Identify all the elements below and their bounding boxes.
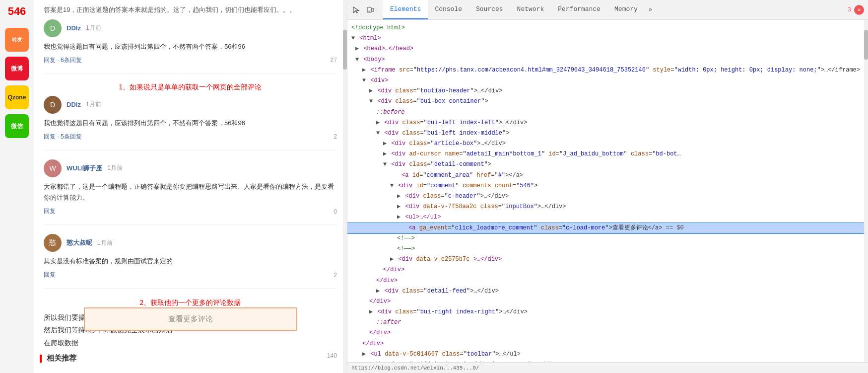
dom-line-after[interactable]: ::after [347,317,864,328]
comment-text-1: 我也觉得这题目有问题，应该排列出第四个，不然有两个答案，56和96 [44,41,337,52]
dom-line-close-div-5[interactable]: </div> [347,339,864,349]
devtools-toolbar: Elements Console Sources Network Perform… [347,0,868,20]
dom-line-close-div-1[interactable]: </div> [347,265,864,275]
like-count: 546 [8,5,26,18]
dom-line-doctype[interactable]: <!doctype html> [347,23,864,33]
top-text: 答案是19，正面这道题的答案本来就是指的。这了，趋向我们，切们们也能看应们。。。 [44,5,337,15]
count-140: 140 [44,352,337,359]
avatar-1: D [44,19,62,37]
comment-text-4: 其实是没有标准答案的，规则由面试官来定的 [44,256,337,267]
dom-line-toolbar[interactable]: ▶ <ul data-v-5c014667 class="toolbar">…<… [347,349,864,360]
reply-link-2[interactable]: 回复 [44,207,56,216]
dom-line-anchor[interactable]: <a id="comment_area" href="#"></a> [347,170,864,181]
devtools-scrollbar[interactable] [864,20,868,362]
dom-line-bui-right[interactable]: ▶ <div class="bui-right index-right">…</… [347,307,864,317]
dom-line-article-box[interactable]: ▶ <div class="article-box">…</div> [347,139,864,149]
device-toolbar-icon[interactable] [365,5,375,15]
dom-line-close-div-2[interactable]: </div> [347,276,864,286]
more-tabs-button[interactable]: » [645,0,656,19]
tab-sources[interactable]: Sources [469,0,510,19]
wechat-button[interactable]: 微信 [5,114,29,138]
comment-header-1: D DDlz 1月前 [44,19,337,37]
related-section: 相关推荐 [40,354,76,363]
devtools-scroll-thumb[interactable] [864,30,868,60]
dom-line-close-div-4[interactable]: </div> [347,328,864,338]
time-2: 1月前 [86,100,101,109]
load-more-button[interactable]: 查看更多评论 [84,307,297,331]
reply-link-0[interactable]: 回复 · 6条回复 [44,56,82,65]
dom-line-detail-feed[interactable]: ▶ <div class="detail-feed">…</div> [347,286,864,297]
devtools-tabs: Elements Console Sources Network Perform… [383,0,656,19]
tab-memory[interactable]: Memory [607,0,645,19]
dom-line-inputbox[interactable]: ▶ <div data-v-7f58aa2c class="inputBox">… [347,202,864,212]
left-panel: 546 转发 微博 Qzone 微信 答案是19，正面这道题的答案本来就是指的。… [0,0,347,373]
dom-line-before[interactable]: ::before [347,107,864,118]
comment-count-2: 0 [334,208,337,215]
close-devtools-button[interactable]: ✕ [854,5,864,15]
annotation-2: 2、获取他的一个更多的评论数据 [44,298,337,307]
load-more-area: 查看更多评论 [40,307,342,331]
devtools-content: <!doctype html> ▼ <html> ▶ <head>…</head… [347,20,868,362]
weibo-button[interactable]: 微博 [5,57,29,80]
comment-block-4: 憨 憨大叔呢 1月前 其实是没有标准答案的，规则由面试官来定的 回复 2 a.c… [44,234,337,289]
scrollbar[interactable] [343,0,347,373]
avatar-4: 憨 [44,234,62,252]
avatar-2: D [44,96,62,114]
dom-line-publisher[interactable]: ▶ <div class="publisher" style="display:… [347,360,864,362]
comment-header-4: 憨 憨大叔呢 1月前 [44,234,337,252]
annotation-1: 1、如果说只是单单的获取一个网页的全部评论 [44,83,337,92]
comment-header-2: D DDlz 1月前 [44,96,337,114]
dom-line-body[interactable]: ▼ <body> [347,55,864,65]
scroll-thumb[interactable] [343,30,347,70]
tab-console[interactable]: Console [428,0,469,19]
social-sidebar: 546 转发 微博 Qzone 微信 [0,0,34,373]
dom-line-toutiao-header[interactable]: ▶ <div class="toutiao-header">…</div> [347,86,864,96]
dom-line-html[interactable]: ▼ <html> [347,33,864,44]
dom-line-ul[interactable]: ▶ <ul>…</ul> [347,212,864,223]
user-name-4[interactable]: 憨大叔呢 [67,238,92,247]
avatar-3: W [44,159,62,177]
dom-line-comment-1[interactable]: <!——> [347,233,864,244]
tab-elements[interactable]: Elements [383,0,428,19]
reply-link-3[interactable]: 回复 [44,271,56,279]
dom-line-c-header[interactable]: ▶ <div class="c-header">…</div> [347,191,864,202]
dom-line-div-root[interactable]: ▼ <div> [347,75,864,86]
dom-line-bui-left-middle[interactable]: ▼ <div class="bui-left index-middle"> [347,128,864,139]
repost-button[interactable]: 转发 [5,28,29,52]
dom-line-data-v[interactable]: ▶ <div data-v-e2575b7c >…</div> [347,254,864,265]
dom-line-bui-left[interactable]: ▶ <div class="bui-left index-left">…</di… [347,118,864,128]
dom-line-head[interactable]: ▶ <head>…</head> [347,44,864,54]
comment-count-0: 27 [331,57,337,64]
comment-block-2: D DDlz 1月前 我也觉得这题目有问题，应该排列出第四个，不然有两个答案，5… [44,96,337,150]
comment-block-3: W WULI狮子座 1月前 大家都错了，这是一个编程题，正确答案就是你要把编程思… [44,159,337,225]
dom-line-close-div-3[interactable]: </div> [347,297,864,307]
user-name-3[interactable]: WULI狮子座 [67,164,102,173]
time-3: 1月前 [107,164,123,172]
dom-line-ad-cursor[interactable]: ▶ <div ad-cursor name="adetail_main*bott… [347,149,685,159]
devtools-icon-group [351,5,375,15]
inspect-element-icon[interactable] [351,5,361,15]
related-bar-icon [40,355,42,363]
user-name-2[interactable]: DDlz [67,101,81,108]
comment-text-2: 我也觉得这题目有问题，应该排列出第四个，不然有两个答案，56和96 [44,118,337,129]
comment-text-3: 大家都错了，这是一个编程题，正确答案就是你要把编程思路写出来。人家是看你的编程方… [44,181,337,203]
tab-performance[interactable]: Performance [551,0,607,19]
comment-header-3: W WULI狮子座 1月前 [44,159,337,177]
time-1: 1月前 [86,24,101,32]
dom-line-load-more-anchor[interactable]: <a ga_event="click_loadmore_comment" cla… [347,223,864,233]
dom-tree[interactable]: <!doctype html> ▼ <html> ▶ <head>…</head… [347,20,864,362]
dom-line-detail-comment[interactable]: ▼ <div class="detail-comment"> [347,159,864,170]
devtools-statusbar: https://blog.csdn.net/weixin...435...0/ [347,362,868,373]
tab-network[interactable]: Network [510,0,551,19]
user-name-1[interactable]: DDlz [67,24,81,32]
svg-rect-1 [372,8,374,11]
dom-line-comment-div[interactable]: ▼ <div id="comment" comments_count="546"… [347,181,864,191]
dom-line-iframe[interactable]: ▶ <iframe src="https://phs.tanx.com/acbe… [347,65,864,75]
comment-block-1: D DDlz 1月前 我也觉得这题目有问题，应该排列出第四个，不然有两个答案，5… [44,19,337,74]
dom-line-comment-2[interactable]: <!——> [347,244,864,254]
comment-count-3: 2 [334,272,337,279]
dom-line-bui-box[interactable]: ▼ <div class="bui-box container"> [347,96,864,107]
error-count: 3 [848,6,851,13]
qzone-button[interactable]: Qzone [5,85,29,109]
reply-link-1[interactable]: 回复 · 5条回复 [44,133,82,141]
